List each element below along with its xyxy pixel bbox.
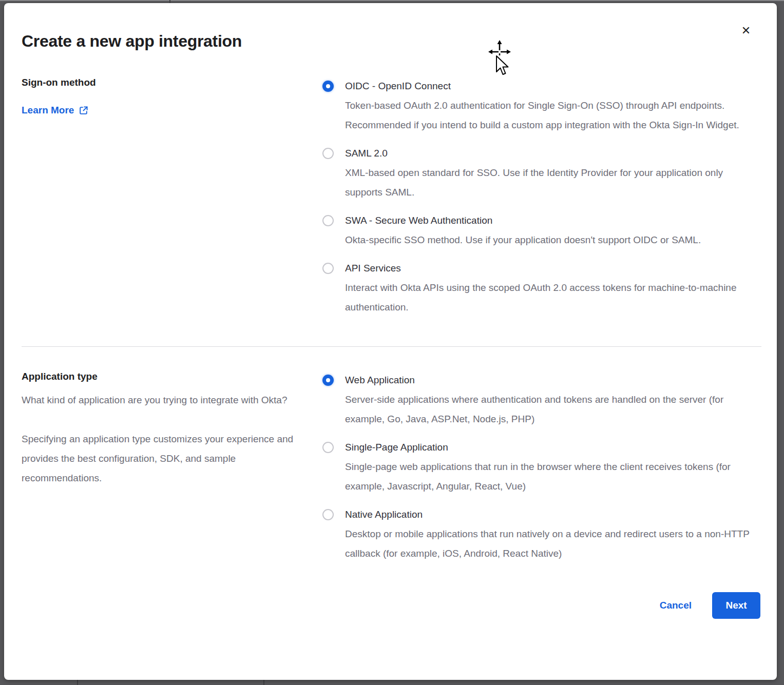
application-type-section: Application type What kind of applicatio… bbox=[22, 370, 761, 563]
option-web-app-description: Server-side applications where authentic… bbox=[345, 390, 758, 429]
option-swa-description: Okta-specific SSO method. Use if your ap… bbox=[345, 230, 701, 250]
application-type-options: Web Application Server-side applications… bbox=[322, 370, 761, 563]
option-api-services-description: Interact with Okta APIs using the scoped… bbox=[345, 278, 758, 317]
option-native-app-description: Desktop or mobile applications that run … bbox=[345, 524, 758, 563]
radio-api-services[interactable] bbox=[322, 263, 334, 274]
backdrop-top-highlight bbox=[0, 0, 784, 1]
option-spa-description: Single-page web applications that run in… bbox=[345, 457, 758, 496]
option-spa: Single-Page Application Single-page web … bbox=[322, 438, 761, 496]
option-web-app: Web Application Server-side applications… bbox=[322, 370, 761, 429]
option-native-app-label[interactable]: Native Application bbox=[345, 505, 758, 524]
option-oidc-description: Token-based OAuth 2.0 authentication for… bbox=[345, 96, 758, 135]
sign-on-method-left-column: Sign-on method Learn More bbox=[22, 76, 322, 116]
option-spa-label[interactable]: Single-Page Application bbox=[345, 438, 758, 457]
dialog-title: Create a new app integration bbox=[22, 32, 761, 51]
option-api-services-label[interactable]: API Services bbox=[345, 259, 758, 278]
learn-more-link[interactable]: Learn More bbox=[22, 105, 88, 116]
create-app-integration-dialog: Create a new app integration ✕ Sign-on m… bbox=[4, 3, 777, 680]
dialog-header: Create a new app integration ✕ bbox=[22, 32, 761, 51]
sign-on-method-options: OIDC - OpenID Connect Token-based OAuth … bbox=[322, 76, 761, 317]
option-oidc-label[interactable]: OIDC - OpenID Connect bbox=[345, 76, 758, 96]
radio-native-app[interactable] bbox=[322, 509, 334, 520]
option-swa: SWA - Secure Web Authentication Okta-spe… bbox=[322, 211, 761, 250]
next-button[interactable]: Next bbox=[712, 592, 760, 619]
option-saml: SAML 2.0 XML-based open standard for SSO… bbox=[322, 144, 761, 202]
option-saml-label[interactable]: SAML 2.0 bbox=[345, 144, 758, 163]
option-swa-label[interactable]: SWA - Secure Web Authentication bbox=[345, 211, 701, 230]
option-oidc: OIDC - OpenID Connect Token-based OAuth … bbox=[322, 76, 761, 135]
cancel-button[interactable]: Cancel bbox=[660, 600, 692, 611]
radio-web-app[interactable] bbox=[322, 375, 334, 386]
option-native-app: Native Application Desktop or mobile app… bbox=[322, 505, 761, 563]
radio-swa[interactable] bbox=[322, 215, 334, 226]
sign-on-method-section: Sign-on method Learn More OIDC - OpenID … bbox=[22, 76, 761, 317]
radio-saml[interactable] bbox=[322, 148, 334, 159]
learn-more-label: Learn More bbox=[22, 105, 74, 116]
application-type-explanation: Specifying an application type customize… bbox=[22, 429, 301, 488]
close-icon[interactable]: ✕ bbox=[738, 23, 754, 39]
dialog-footer: Cancel Next bbox=[22, 592, 761, 619]
application-type-heading: Application type bbox=[22, 370, 302, 383]
option-api-services: API Services Interact with Okta APIs usi… bbox=[322, 259, 761, 317]
application-type-question: What kind of application are you trying … bbox=[22, 390, 301, 410]
radio-spa[interactable] bbox=[322, 442, 334, 453]
option-web-app-label[interactable]: Web Application bbox=[345, 370, 758, 390]
section-divider bbox=[22, 346, 761, 347]
application-type-left-column: Application type What kind of applicatio… bbox=[22, 370, 322, 488]
sign-on-method-heading: Sign-on method bbox=[22, 76, 302, 89]
option-saml-description: XML-based open standard for SSO. Use if … bbox=[345, 163, 758, 202]
external-link-icon bbox=[79, 106, 88, 115]
radio-oidc[interactable] bbox=[322, 81, 334, 92]
